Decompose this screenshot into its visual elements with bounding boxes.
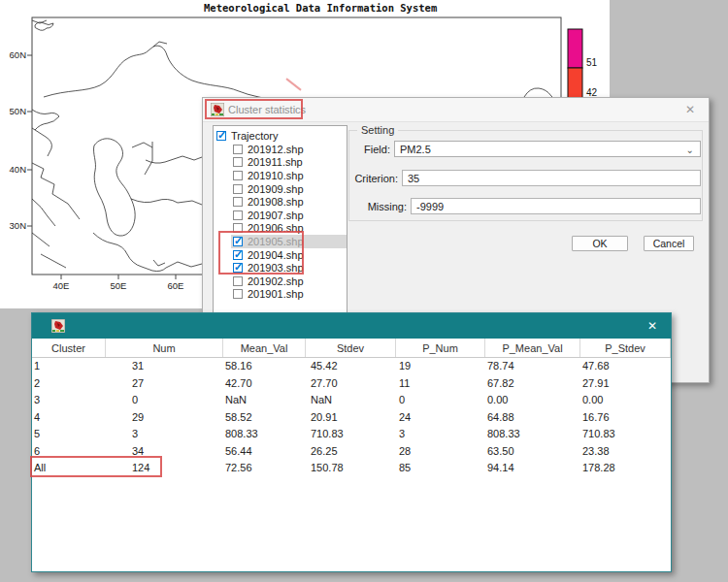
table-row[interactable]: 30NaNNaN00.000.00 (32, 392, 671, 409)
tree-item-201906[interactable]: 201906.shp (231, 222, 347, 236)
desktop: { "map_window": { "title": "Meteorologic… (0, 0, 728, 582)
tree-item-201908[interactable]: 201908.shp (231, 195, 347, 209)
tree-item-label: 201912.shp (248, 144, 304, 155)
column-header-cluster[interactable]: Cluster (32, 339, 106, 357)
chevron-down-icon: ⌄ (686, 143, 694, 158)
tree-item-201903[interactable]: 201903.shp (231, 261, 347, 275)
checkbox[interactable] (233, 250, 243, 260)
table-cell: 27.91 (580, 375, 671, 393)
svg-text:40N: 40N (10, 164, 27, 175)
tree-item-label: 201907.shp (248, 210, 304, 221)
table-cell: 3 (106, 426, 223, 443)
table-cell: 20.91 (306, 409, 396, 427)
table-cell: 6 (32, 443, 106, 461)
svg-text:60E: 60E (168, 280, 184, 291)
tree-item-201911[interactable]: 201911.shp (231, 156, 347, 170)
checkbox[interactable] (233, 237, 243, 246)
field-select[interactable]: PM2.5 ⌄ (394, 141, 701, 157)
tree-item-label: 201909.shp (248, 183, 304, 195)
svg-text:30N: 30N (10, 220, 27, 231)
tree-item-201904[interactable]: 201904.shp (231, 248, 347, 262)
table-cell: 11 (396, 375, 485, 393)
y-axis-ticks: 60N50N40N30N (10, 49, 32, 231)
table-cell: 72.56 (223, 460, 306, 477)
checkbox[interactable] (233, 184, 243, 194)
table-row[interactable]: 42958.5220.912464.8816.76 (32, 409, 671, 427)
column-header-mean_val[interactable]: Mean_Val (223, 339, 306, 357)
cancel-button[interactable]: Cancel (644, 236, 694, 251)
column-header-p_num[interactable]: P_Num (396, 339, 485, 357)
table-cell: 124 (106, 460, 223, 477)
table-cell: 710.83 (580, 426, 671, 443)
missing-input[interactable] (411, 198, 701, 214)
table-titlebar[interactable]: ✕ (32, 313, 671, 339)
table-cell: 58.52 (223, 409, 306, 427)
column-header-stdev[interactable]: Stdev (306, 339, 396, 357)
tree-item-label: 201906.shp (248, 222, 304, 234)
table-cell: 31 (106, 358, 223, 375)
tree-item-201907[interactable]: 201907.shp (231, 209, 347, 222)
checkbox[interactable] (233, 157, 243, 167)
table-cell: 45.42 (306, 358, 396, 375)
table-cell: 19 (396, 358, 485, 375)
table-cell: 94.14 (485, 460, 580, 477)
checkbox[interactable] (233, 276, 243, 286)
ok-button[interactable]: OK (572, 236, 628, 251)
table-cell: 808.33 (223, 426, 306, 443)
table-cell: 29 (106, 409, 223, 427)
column-header-p_stdev[interactable]: P_Stdev (580, 339, 671, 357)
tree-item-label: 201905.shp (248, 236, 304, 247)
x-axis-ticks: 40E50E60E (53, 275, 184, 291)
checkbox[interactable] (233, 171, 243, 180)
dialog-titlebar[interactable]: Cluster statistics ✕ (203, 98, 709, 122)
checkbox[interactable] (233, 210, 243, 220)
table-cell: 4 (32, 409, 106, 427)
tree-root-trajectory[interactable]: Trajectory (214, 128, 347, 143)
column-header-num[interactable]: Num (106, 339, 223, 357)
checkbox[interactable] (233, 263, 243, 273)
table-cell: 0 (106, 392, 223, 409)
svg-text:50E: 50E (111, 280, 127, 291)
tree-item-201909[interactable]: 201909.shp (231, 182, 347, 196)
table-cell: 808.33 (485, 426, 580, 443)
tree-item-201910[interactable]: 201910.shp (231, 169, 347, 182)
table-cell: 47.68 (580, 358, 671, 375)
column-header-p_mean_val[interactable]: P_Mean_Val (485, 339, 580, 357)
table-row[interactable]: 22742.7027.701167.8227.91 (32, 375, 671, 393)
tree-item-201912[interactable]: 201912.shp (231, 143, 347, 156)
table-close-icon[interactable]: ✕ (644, 318, 661, 334)
checkbox[interactable] (233, 223, 243, 233)
table-cell: 42.70 (223, 375, 306, 393)
svg-text:50N: 50N (10, 106, 27, 116)
tree-item-201901[interactable]: 201901.shp (231, 288, 347, 302)
checkbox[interactable] (233, 145, 243, 154)
checkbox[interactable] (216, 131, 226, 141)
table-cell: 34 (106, 443, 223, 461)
colorbar: 5142 (568, 29, 598, 103)
table-cell: NaN (306, 392, 396, 409)
table-cell: 0.00 (580, 392, 671, 409)
setting-legend: Setting (357, 124, 398, 136)
field-value: PM2.5 (400, 144, 431, 155)
checkbox[interactable] (233, 289, 243, 299)
checkbox[interactable] (233, 197, 243, 207)
table-cell: 3 (396, 426, 485, 443)
table-row[interactable]: 63456.4426.252863.5023.38 (32, 443, 671, 461)
tree-item-label: 201902.shp (248, 275, 304, 287)
table-cell: 178.28 (580, 460, 671, 477)
dialog-close-icon[interactable]: ✕ (681, 102, 699, 117)
table-cell: NaN (223, 392, 306, 409)
table-row[interactable]: All12472.56150.788594.14178.28 (32, 460, 671, 477)
tree-item-201902[interactable]: 201902.shp (231, 275, 347, 288)
table-cell: All (32, 460, 106, 477)
app-icon (51, 319, 65, 333)
table-row[interactable]: 53808.33710.833808.33710.83 (32, 426, 671, 443)
table-cell: 63.50 (485, 443, 580, 461)
tree-item-label: 201908.shp (248, 196, 304, 208)
tree-item-label: 201910.shp (248, 170, 304, 181)
criterion-input[interactable] (402, 170, 701, 186)
table-row[interactable]: 13158.1645.421978.7447.68 (32, 358, 671, 375)
table-cell: 28 (396, 443, 485, 461)
table-cell: 3 (32, 392, 106, 409)
tree-item-201905[interactable]: 201905.shp (231, 235, 347, 248)
